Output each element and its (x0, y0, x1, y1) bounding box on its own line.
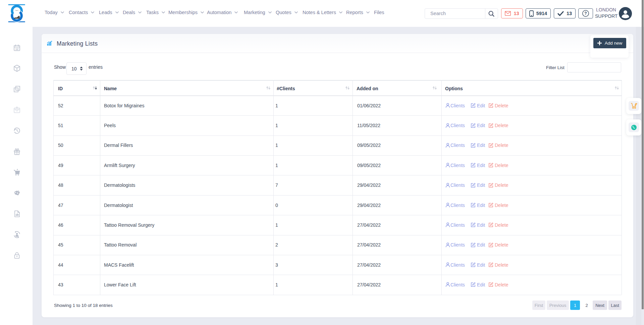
svg-text:12: 12 (15, 47, 19, 51)
svg-text:?: ? (584, 11, 587, 16)
